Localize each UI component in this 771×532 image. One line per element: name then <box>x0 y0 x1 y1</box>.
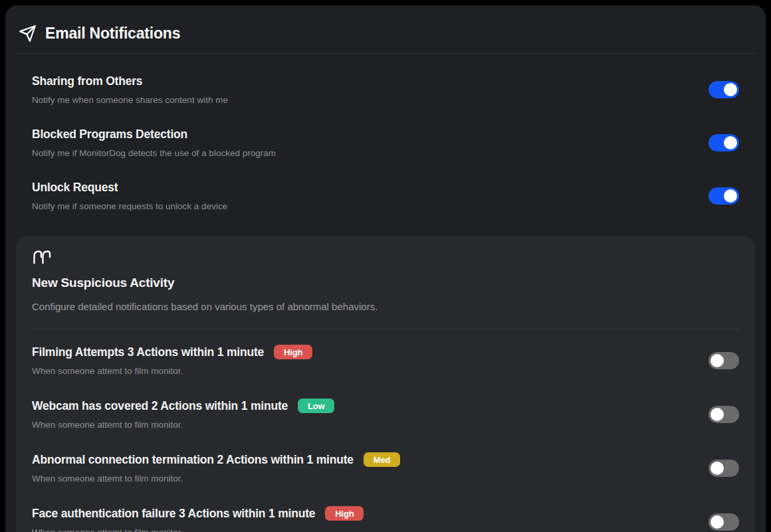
activity-description: When someone attemt to film monitor. <box>32 366 312 376</box>
setting-text: Blocked Programs Detection Notify me if … <box>32 128 276 158</box>
activity-row-abnormal-connection: Abnormal connection termination 2 Action… <box>32 441 739 495</box>
activity-title-label: Filming Attempts 3 Actions within 1 minu… <box>32 345 264 359</box>
activity-title-label: Abnormal connection termination 2 Action… <box>32 453 354 467</box>
activity-text: Face authentication failure 3 Actions wi… <box>32 506 364 532</box>
setting-description: Notify me when someone shares content wi… <box>32 95 228 105</box>
email-notifications-panel: Email Notifications Sharing from Others … <box>5 5 766 532</box>
setting-description: Notify me if someone requests to unlock … <box>32 201 227 211</box>
toggle-knob <box>711 515 724 529</box>
send-icon <box>19 25 37 43</box>
activity-row-face-auth-failure: Face authentication failure 3 Actions wi… <box>32 495 739 532</box>
activity-description: When someone attemt to film monitor. <box>32 420 334 430</box>
card-title: New Suspicious Activity <box>32 276 739 290</box>
setting-text: Unlock Request Notify me if someone requ… <box>32 181 227 211</box>
setting-row-unlock-request: Unlock Request Notify me if someone requ… <box>32 169 739 222</box>
activity-title: Filming Attempts 3 Actions within 1 minu… <box>32 345 312 359</box>
page-title: Email Notifications <box>45 25 180 43</box>
toggle-knob <box>724 189 737 203</box>
toggle-webcam-covered[interactable] <box>709 406 739 423</box>
setting-title: Sharing from Others <box>32 74 228 88</box>
quote-icon <box>32 249 52 266</box>
activity-title: Webcam has covered 2 Actions within 1 mi… <box>32 399 334 413</box>
setting-row-blocked-programs: Blocked Programs Detection Notify me if … <box>32 116 739 169</box>
panel-header: Email Notifications <box>16 19 755 48</box>
activity-title-label: Face authentication failure 3 Actions wi… <box>32 507 315 521</box>
toggle-face-auth-failure[interactable] <box>709 513 739 531</box>
card-divider <box>32 329 739 329</box>
toggle-filming-attempts[interactable] <box>709 352 739 369</box>
activity-text: Abnormal connection termination 2 Action… <box>32 452 400 484</box>
general-notification-settings: Sharing from Others Notify me when someo… <box>16 63 755 222</box>
severity-badge: High <box>274 345 312 359</box>
toggle-blocked-programs[interactable] <box>709 134 739 151</box>
toggle-abnormal-connection[interactable] <box>709 460 739 477</box>
toggle-sharing-from-others[interactable] <box>709 81 739 98</box>
activity-row-filming-attempts: Filming Attempts 3 Actions within 1 minu… <box>32 333 739 387</box>
severity-badge: High <box>325 506 364 521</box>
setting-row-sharing-from-others: Sharing from Others Notify me when someo… <box>32 63 739 116</box>
severity-badge: Low <box>298 399 334 413</box>
setting-title: Blocked Programs Detection <box>32 128 276 141</box>
setting-title: Unlock Request <box>32 181 227 195</box>
activity-description: When someone attemt to film monitor. <box>32 474 400 484</box>
toggle-knob <box>711 408 724 421</box>
toggle-knob <box>711 354 724 367</box>
activity-title: Face authentication failure 3 Actions wi… <box>32 506 364 521</box>
activity-title: Abnormal connection termination 2 Action… <box>32 452 400 467</box>
toggle-knob <box>724 136 737 149</box>
activity-description: When someone attemt to film monitor. <box>32 527 364 532</box>
toggle-unlock-request[interactable] <box>709 187 739 205</box>
suspicious-activity-list: Filming Attempts 3 Actions within 1 minu… <box>32 333 739 532</box>
suspicious-activity-card: New Suspicious Activity Configure detail… <box>16 236 755 532</box>
activity-row-webcam-covered: Webcam has covered 2 Actions within 1 mi… <box>32 387 739 441</box>
toggle-knob <box>724 83 737 96</box>
activity-text: Filming Attempts 3 Actions within 1 minu… <box>32 345 312 376</box>
header-divider <box>16 53 755 54</box>
card-description: Configure detailed notifications based o… <box>32 301 739 312</box>
activity-text: Webcam has covered 2 Actions within 1 mi… <box>32 399 334 430</box>
setting-text: Sharing from Others Notify me when someo… <box>32 74 228 105</box>
setting-description: Notify me if MonitorDog detects the use … <box>32 148 276 158</box>
severity-badge: Med <box>364 452 400 467</box>
activity-title-label: Webcam has covered 2 Actions within 1 mi… <box>32 399 288 413</box>
toggle-knob <box>711 462 724 475</box>
